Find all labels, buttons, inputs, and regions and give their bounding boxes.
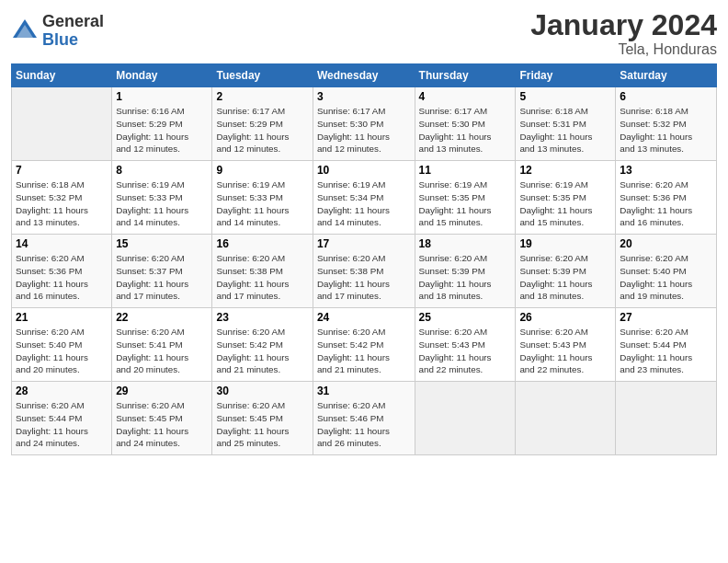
- calendar-cell: 23Sunrise: 6:20 AM Sunset: 5:42 PM Dayli…: [212, 308, 313, 382]
- day-number: 12: [519, 164, 611, 177]
- calendar-cell: 4Sunrise: 6:17 AM Sunset: 5:30 PM Daylig…: [415, 87, 516, 161]
- day-info: Sunrise: 6:20 AM Sunset: 5:46 PM Dayligh…: [317, 399, 411, 450]
- day-number: 31: [317, 385, 411, 397]
- days-header-row: Sunday Monday Tuesday Wednesday Thursday…: [12, 64, 717, 87]
- calendar-cell: [516, 382, 616, 455]
- day-number: 9: [216, 164, 308, 177]
- header-tuesday: Tuesday: [212, 64, 313, 87]
- day-number: 25: [419, 311, 512, 324]
- calendar-cell: 13Sunrise: 6:20 AM Sunset: 5:36 PM Dayli…: [616, 161, 717, 235]
- calendar-cell: 15Sunrise: 6:20 AM Sunset: 5:37 PM Dayli…: [112, 235, 212, 308]
- day-info: Sunrise: 6:19 AM Sunset: 5:35 PM Dayligh…: [419, 178, 512, 229]
- day-number: 24: [317, 311, 411, 324]
- calendar-cell: [415, 382, 516, 455]
- day-number: 29: [116, 385, 208, 397]
- day-number: 11: [419, 164, 512, 177]
- week-row-4: 28Sunrise: 6:20 AM Sunset: 5:44 PM Dayli…: [12, 382, 717, 455]
- day-number: 18: [419, 237, 512, 250]
- calendar-cell: 12Sunrise: 6:19 AM Sunset: 5:35 PM Dayli…: [516, 161, 616, 235]
- day-info: Sunrise: 6:19 AM Sunset: 5:33 PM Dayligh…: [216, 178, 308, 229]
- day-number: 10: [317, 164, 411, 177]
- calendar-cell: 8Sunrise: 6:19 AM Sunset: 5:33 PM Daylig…: [112, 161, 212, 235]
- day-info: Sunrise: 6:16 AM Sunset: 5:29 PM Dayligh…: [116, 105, 208, 155]
- location: Tela, Honduras: [530, 41, 717, 58]
- day-info: Sunrise: 6:19 AM Sunset: 5:34 PM Dayligh…: [317, 178, 411, 229]
- day-number: 7: [16, 164, 108, 177]
- calendar-cell: 6Sunrise: 6:18 AM Sunset: 5:32 PM Daylig…: [616, 87, 717, 161]
- day-info: Sunrise: 6:20 AM Sunset: 5:40 PM Dayligh…: [16, 326, 108, 376]
- day-number: 6: [620, 90, 712, 103]
- calendar-cell: 18Sunrise: 6:20 AM Sunset: 5:39 PM Dayli…: [415, 235, 516, 308]
- header-thursday: Thursday: [415, 64, 516, 87]
- logo-icon: [11, 17, 39, 45]
- day-number: 2: [216, 90, 308, 103]
- month-title: January 2024: [530, 9, 717, 41]
- day-number: 16: [216, 237, 308, 250]
- day-number: 15: [116, 237, 208, 250]
- calendar-cell: 21Sunrise: 6:20 AM Sunset: 5:40 PM Dayli…: [12, 308, 112, 382]
- title-block: January 2024 Tela, Honduras: [530, 9, 717, 58]
- header-wednesday: Wednesday: [313, 64, 415, 87]
- day-info: Sunrise: 6:20 AM Sunset: 5:38 PM Dayligh…: [317, 252, 411, 303]
- day-number: 17: [317, 237, 411, 250]
- calendar-cell: 31Sunrise: 6:20 AM Sunset: 5:46 PM Dayli…: [313, 382, 415, 455]
- calendar-cell: 1Sunrise: 6:16 AM Sunset: 5:29 PM Daylig…: [112, 87, 212, 161]
- day-number: 8: [116, 164, 208, 177]
- day-number: 13: [620, 164, 712, 177]
- day-info: Sunrise: 6:20 AM Sunset: 5:42 PM Dayligh…: [216, 326, 308, 376]
- logo-text: General Blue: [42, 13, 104, 50]
- calendar-cell: [12, 87, 112, 161]
- day-info: Sunrise: 6:19 AM Sunset: 5:35 PM Dayligh…: [519, 178, 611, 229]
- day-number: 20: [620, 237, 712, 250]
- day-info: Sunrise: 6:20 AM Sunset: 5:38 PM Dayligh…: [216, 252, 308, 303]
- day-info: Sunrise: 6:20 AM Sunset: 5:36 PM Dayligh…: [620, 178, 712, 229]
- day-number: 21: [16, 311, 108, 324]
- calendar-cell: 17Sunrise: 6:20 AM Sunset: 5:38 PM Dayli…: [313, 235, 415, 308]
- day-info: Sunrise: 6:20 AM Sunset: 5:44 PM Dayligh…: [620, 326, 712, 376]
- day-info: Sunrise: 6:20 AM Sunset: 5:44 PM Dayligh…: [16, 399, 108, 450]
- calendar-cell: 3Sunrise: 6:17 AM Sunset: 5:30 PM Daylig…: [313, 87, 415, 161]
- day-number: 22: [116, 311, 208, 324]
- calendar-cell: 11Sunrise: 6:19 AM Sunset: 5:35 PM Dayli…: [415, 161, 516, 235]
- day-info: Sunrise: 6:19 AM Sunset: 5:33 PM Dayligh…: [116, 178, 208, 229]
- logo-blue: Blue: [42, 31, 104, 50]
- calendar-cell: 30Sunrise: 6:20 AM Sunset: 5:45 PM Dayli…: [212, 382, 313, 455]
- day-info: Sunrise: 6:20 AM Sunset: 5:39 PM Dayligh…: [419, 252, 512, 303]
- day-info: Sunrise: 6:20 AM Sunset: 5:40 PM Dayligh…: [620, 252, 712, 303]
- day-info: Sunrise: 6:17 AM Sunset: 5:30 PM Dayligh…: [317, 105, 411, 155]
- day-number: 14: [16, 237, 108, 250]
- day-info: Sunrise: 6:20 AM Sunset: 5:43 PM Dayligh…: [419, 326, 512, 376]
- day-info: Sunrise: 6:20 AM Sunset: 5:42 PM Dayligh…: [317, 326, 411, 376]
- calendar-cell: 24Sunrise: 6:20 AM Sunset: 5:42 PM Dayli…: [313, 308, 415, 382]
- calendar-cell: 19Sunrise: 6:20 AM Sunset: 5:39 PM Dayli…: [516, 235, 616, 308]
- header: General Blue January 2024 Tela, Honduras: [11, 9, 717, 58]
- day-info: Sunrise: 6:17 AM Sunset: 5:30 PM Dayligh…: [419, 105, 512, 155]
- calendar-cell: 20Sunrise: 6:20 AM Sunset: 5:40 PM Dayli…: [616, 235, 717, 308]
- day-number: 4: [419, 90, 512, 103]
- day-number: 27: [620, 311, 712, 324]
- calendar-cell: 7Sunrise: 6:18 AM Sunset: 5:32 PM Daylig…: [12, 161, 112, 235]
- calendar-cell: 25Sunrise: 6:20 AM Sunset: 5:43 PM Dayli…: [415, 308, 516, 382]
- calendar-cell: 26Sunrise: 6:20 AM Sunset: 5:43 PM Dayli…: [516, 308, 616, 382]
- calendar-cell: 2Sunrise: 6:17 AM Sunset: 5:29 PM Daylig…: [212, 87, 313, 161]
- day-info: Sunrise: 6:20 AM Sunset: 5:39 PM Dayligh…: [519, 252, 611, 303]
- day-number: 1: [116, 90, 208, 103]
- calendar-table: Sunday Monday Tuesday Wednesday Thursday…: [11, 63, 717, 455]
- logo: General Blue: [11, 13, 104, 50]
- day-number: 30: [216, 385, 308, 397]
- header-saturday: Saturday: [616, 64, 717, 87]
- calendar-cell: 28Sunrise: 6:20 AM Sunset: 5:44 PM Dayli…: [12, 382, 112, 455]
- day-info: Sunrise: 6:20 AM Sunset: 5:37 PM Dayligh…: [116, 252, 208, 303]
- calendar-cell: 29Sunrise: 6:20 AM Sunset: 5:45 PM Dayli…: [112, 382, 212, 455]
- header-friday: Friday: [516, 64, 616, 87]
- logo-general: General: [42, 13, 104, 31]
- calendar-cell: 10Sunrise: 6:19 AM Sunset: 5:34 PM Dayli…: [313, 161, 415, 235]
- day-info: Sunrise: 6:20 AM Sunset: 5:41 PM Dayligh…: [116, 326, 208, 376]
- day-info: Sunrise: 6:20 AM Sunset: 5:36 PM Dayligh…: [16, 252, 108, 303]
- day-number: 3: [317, 90, 411, 103]
- day-info: Sunrise: 6:18 AM Sunset: 5:32 PM Dayligh…: [16, 178, 108, 229]
- day-number: 23: [216, 311, 308, 324]
- day-info: Sunrise: 6:18 AM Sunset: 5:32 PM Dayligh…: [620, 105, 712, 155]
- header-sunday: Sunday: [12, 64, 112, 87]
- calendar-cell: 14Sunrise: 6:20 AM Sunset: 5:36 PM Dayli…: [12, 235, 112, 308]
